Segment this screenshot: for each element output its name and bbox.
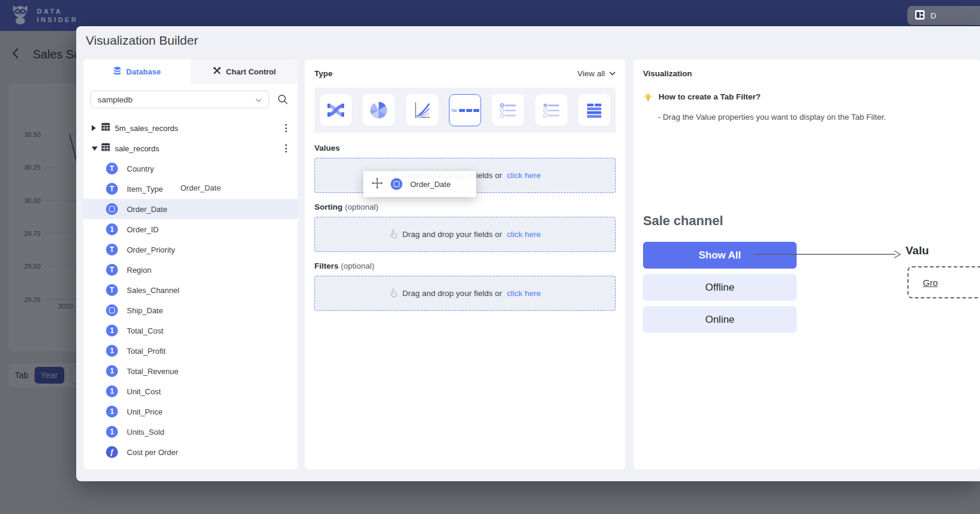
field-label: Order_ID [127, 225, 158, 234]
function-field-icon: f [106, 446, 118, 458]
tab-chart-control[interactable]: Chart Control [191, 60, 298, 83]
field-order-date[interactable]: Order_Date [83, 199, 298, 219]
lightbulb-icon [643, 92, 653, 105]
text-field-icon: T [106, 284, 118, 296]
dropzone-text: Drag and drop your fields or [402, 289, 502, 298]
field-label: Country [127, 164, 154, 173]
annotation-group-box[interactable]: Gro [907, 266, 980, 298]
tab-chart-control-label: Chart Control [226, 67, 276, 76]
type-tile-sankey-chart[interactable] [320, 94, 352, 126]
hand-pointer-icon [389, 288, 398, 299]
filters-dropzone[interactable]: Drag and drop your fields or click here [314, 276, 616, 311]
screen: DATA INSIDER D Sales Sa 30. [0, 0, 980, 514]
field-label: Ship_Date [127, 306, 163, 315]
sorting-section-label: Sorting(optional) [314, 203, 616, 211]
field-label: Order_Priority [127, 245, 175, 254]
field-label: Total_Revenue [127, 367, 179, 376]
field-order-priority[interactable]: T Order_Priority [83, 239, 298, 260]
field-total-revenue[interactable]: 1 Total_Revenue [83, 361, 298, 381]
tab-database-label: Database [126, 67, 161, 76]
field-label: Cost per Order [127, 448, 178, 457]
tab-database[interactable]: Database [83, 60, 191, 83]
annotation-group-label[interactable]: Gro [923, 278, 938, 288]
field-label: Sales_Channel [127, 286, 179, 295]
type-tile-line-chart[interactable] [406, 94, 438, 126]
database-select-row: sampledb [83, 83, 298, 113]
view-all-label: View all [578, 69, 605, 78]
visualization-header: Visualization [643, 69, 970, 78]
preview-button-offline[interactable]: Offline [643, 274, 797, 301]
date-field-icon [106, 304, 118, 316]
view-all-button[interactable]: View all [578, 69, 616, 78]
type-tile-radio-filter[interactable] [492, 94, 524, 126]
field-label: Unit_Price [127, 407, 163, 416]
visualization-builder-modal: Visualization Builder Database [76, 26, 980, 481]
preview-chart-title: Sale channel [643, 213, 723, 229]
values-section-label: Values [314, 144, 616, 152]
filters-optional-label: (optional) [341, 261, 374, 270]
builder-panel: Type View all [305, 60, 625, 469]
node-menu-icon[interactable] [283, 122, 289, 134]
dashboard-icon [915, 10, 925, 22]
field-total-cost[interactable]: 1 Total_Cost [83, 320, 298, 341]
search-icon[interactable] [277, 94, 288, 105]
field-sales-channel[interactable]: T Sales_Channel [83, 280, 298, 300]
field-region[interactable]: T Region [83, 260, 298, 280]
dropzone-click-here-link[interactable]: click here [507, 230, 541, 239]
dashboard-button[interactable]: D [907, 6, 980, 25]
panel-tabs: Database Chart Control [83, 60, 298, 83]
dropzone-click-here-link[interactable]: click here [507, 171, 541, 180]
owl-logo-icon [10, 4, 31, 27]
preview-button-show-all[interactable]: Show All [643, 242, 797, 269]
tip-body: - Drag the Value properties you want to … [658, 113, 970, 122]
tab-filter-preview: Show All Offline Online [643, 242, 797, 333]
type-tile-table-chart[interactable] [578, 94, 610, 126]
tree-node-label: sale_records [115, 144, 283, 153]
caret-down-icon[interactable] [92, 147, 101, 151]
tools-icon [213, 66, 221, 77]
visualization-panel: Visualization How to create a Tab F [633, 60, 980, 469]
field-order-id[interactable]: 1 Order_ID [83, 219, 298, 239]
field-unit-price[interactable]: 1 Unit_Price [83, 401, 298, 422]
field-units-sold[interactable]: 1 Units_Sold [83, 422, 298, 442]
brand-line-1: DATA [37, 7, 78, 15]
field-ship-date[interactable]: Ship_Date [83, 300, 298, 320]
sorting-label: Sorting [314, 203, 342, 211]
radio-filter-icon [498, 100, 518, 120]
caret-right-icon[interactable] [92, 125, 101, 131]
number-field-icon: 1 [106, 223, 118, 235]
tree-node-sale-records[interactable]: sale_records [83, 138, 298, 158]
number-field-icon: 1 [106, 426, 118, 438]
dropzone-text: Drag and drop your fields or [402, 230, 502, 239]
type-tile-checkbox-filter[interactable] [535, 94, 567, 126]
line-chart-icon [412, 100, 432, 120]
drag-chip-order-date[interactable]: Order_Date [363, 171, 476, 197]
table-icon [101, 123, 110, 133]
database-icon [113, 67, 121, 77]
dropzone-click-here-link[interactable]: click here [507, 289, 541, 298]
field-unit-cost[interactable]: 1 Unit_Cost [83, 381, 298, 401]
type-tile-tab-filter[interactable]: Tab [449, 94, 481, 126]
tab-filter-icon-text: Tab [451, 108, 457, 113]
field-item-type[interactable]: T Item_Type [83, 179, 298, 199]
sorting-dropzone[interactable]: Drag and drop your fields or click here [314, 217, 616, 252]
database-select[interactable]: sampledb [90, 91, 269, 108]
brand-logo[interactable]: DATA INSIDER [10, 4, 78, 27]
text-field-icon: T [106, 244, 118, 256]
field-country[interactable]: T Country [83, 158, 298, 179]
filters-label: Filters [314, 261, 339, 270]
chevron-down-icon [255, 95, 262, 104]
node-menu-icon[interactable] [283, 142, 289, 154]
preview-button-online[interactable]: Online [643, 306, 797, 333]
field-cost-per-order[interactable]: f Cost per Order [83, 442, 298, 462]
date-field-icon [106, 203, 118, 215]
type-tile-pie-chart[interactable] [363, 94, 395, 126]
number-field-icon: 1 [106, 385, 118, 397]
annotation-value-label: Valu [906, 244, 929, 257]
chart-type-strip: Tab [314, 88, 616, 133]
field-label: Total_Profit [127, 347, 166, 356]
database-tree: 5m_sales_records sale_records T Country [83, 113, 298, 462]
tree-node-5m-sales-records[interactable]: 5m_sales_records [83, 118, 298, 138]
field-total-profit[interactable]: 1 Total_Profit [83, 341, 298, 361]
table-icon [101, 143, 110, 154]
